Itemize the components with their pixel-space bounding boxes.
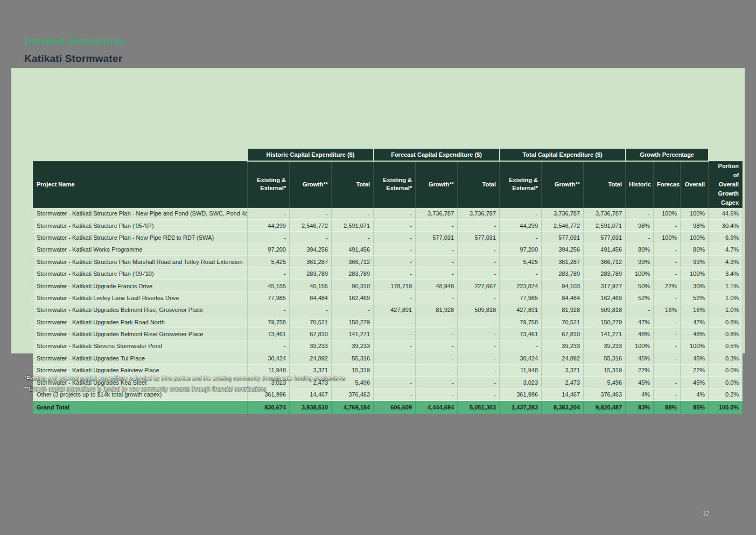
value-cell: -: [416, 328, 458, 340]
value-cell: 48%: [626, 328, 654, 340]
table-row: Stormwater - Katikati Upgrades Belmont R…: [33, 304, 743, 316]
value-cell: 100%: [681, 232, 709, 244]
table-header: Historic Capital Expenditure ($)Forecast…: [33, 148, 743, 207]
value-cell: 4.7%: [709, 244, 743, 255]
value-cell: 509,818: [458, 304, 500, 316]
project-name-cell: Stormwater - Katikati Works Programme: [33, 244, 248, 255]
value-cell: 3,371: [290, 364, 332, 376]
value-cell: -: [416, 292, 458, 304]
value-cell: 100%: [681, 340, 709, 352]
value-cell: -: [458, 316, 500, 328]
table-row: Stormwater - Katikati Upgrades Belmont R…: [33, 328, 743, 340]
project-name-cell: Stormwater - Katikati Upgrades Tui Place: [33, 352, 248, 364]
value-cell: 90,310: [332, 280, 374, 291]
table-body: Stormwater - Katikati Structure Plan - N…: [33, 207, 743, 414]
value-cell: 577,031: [416, 232, 458, 244]
table-row: Stormwater - Katikati Levley Lane East/ …: [33, 292, 743, 304]
table-row: Stormwater - Katikati Works Programme97,…: [33, 244, 743, 255]
value-cell: -: [416, 244, 458, 255]
value-cell: -: [458, 376, 500, 388]
value-cell: 16%: [681, 304, 709, 316]
value-cell: 1.0%: [709, 292, 743, 304]
footnote-growth: **Growth capital expenditure is funded b…: [24, 386, 266, 392]
value-cell: 22%: [654, 280, 681, 291]
value-cell: 79,758: [248, 316, 290, 328]
value-cell: -: [654, 352, 681, 364]
value-cell: 98%: [681, 219, 709, 231]
value-cell: 141,271: [332, 328, 374, 340]
value-cell: 3,736,787: [416, 207, 458, 219]
value-cell: -: [416, 388, 458, 400]
value-cell: 577,031: [458, 232, 500, 244]
value-cell: 2,546,772: [542, 219, 584, 231]
grand-total-value: 4,769,184: [332, 400, 374, 414]
value-cell: -: [290, 232, 332, 244]
value-cell: 150,279: [332, 316, 374, 328]
grand-total-value: 4,444,694: [416, 400, 458, 414]
value-cell: 0.0%: [709, 364, 743, 376]
value-cell: 162,469: [584, 292, 626, 304]
grand-total-value: 83%: [626, 400, 654, 414]
value-cell: 3,736,787: [542, 207, 584, 219]
value-cell: 80%: [681, 244, 709, 255]
value-cell: 52%: [626, 292, 654, 304]
value-cell: 1.0%: [709, 304, 743, 316]
value-cell: 2,591,071: [584, 219, 626, 231]
value-cell: 427,891: [374, 304, 416, 316]
project-name-cell: Stormwater - Katikati Levley Lane East/ …: [33, 292, 248, 304]
value-cell: -: [374, 340, 416, 352]
grand-total-value: 8,383,204: [542, 400, 584, 414]
value-cell: -: [374, 388, 416, 400]
value-cell: -: [248, 232, 290, 244]
column-header: Growth**: [542, 161, 584, 207]
value-cell: 14,467: [542, 388, 584, 400]
value-cell: 100%: [681, 268, 709, 280]
value-cell: -: [654, 388, 681, 400]
value-cell: 30.4%: [709, 219, 743, 231]
value-cell: 44,299: [500, 219, 542, 231]
value-cell: -: [500, 340, 542, 352]
value-cell: -: [416, 316, 458, 328]
value-cell: 577,031: [584, 232, 626, 244]
value-cell: 73,461: [248, 328, 290, 340]
value-cell: 141,271: [584, 328, 626, 340]
value-cell: 84,484: [542, 292, 584, 304]
value-cell: 39,233: [332, 340, 374, 352]
column-group-header: Total Capital Expenditure ($): [500, 148, 626, 161]
column-header: Growth**: [290, 161, 332, 207]
column-group-header: Growth Percentage: [626, 148, 709, 161]
table-row: Stormwater - Katikati Stevens Stormwater…: [33, 340, 743, 352]
table-panel: Historic Capital Expenditure ($)Forecast…: [11, 68, 745, 353]
value-cell: 11,948: [248, 364, 290, 376]
value-cell: 283,789: [332, 268, 374, 280]
column-header: Total: [584, 161, 626, 207]
value-cell: 491,456: [584, 244, 626, 255]
value-cell: 509,818: [584, 304, 626, 316]
value-cell: 50%: [626, 280, 654, 291]
value-cell: 0.5%: [709, 340, 743, 352]
value-cell: 3,371: [542, 364, 584, 376]
value-cell: 67,810: [542, 328, 584, 340]
value-cell: 100%: [626, 268, 654, 280]
value-cell: 361,287: [542, 256, 584, 268]
grand-total-value: 9,820,487: [584, 400, 626, 414]
disclosure-table: Historic Capital Expenditure ($)Forecast…: [33, 148, 743, 414]
value-cell: 55,316: [584, 352, 626, 364]
value-cell: -: [248, 340, 290, 352]
value-cell: -: [374, 219, 416, 231]
value-cell: -: [416, 364, 458, 376]
value-cell: -: [374, 256, 416, 268]
value-cell: 376,463: [584, 388, 626, 400]
value-cell: 70,521: [542, 316, 584, 328]
value-cell: 81,928: [542, 304, 584, 316]
value-cell: 24,892: [542, 352, 584, 364]
value-cell: 15,319: [332, 364, 374, 376]
value-cell: -: [626, 232, 654, 244]
value-cell: 3.4%: [709, 268, 743, 280]
value-cell: 394,256: [290, 244, 332, 255]
value-cell: 39,233: [542, 340, 584, 352]
grand-total-value: 830,674: [248, 400, 290, 414]
value-cell: 45%: [626, 352, 654, 364]
project-name-cell: Stormwater - Katikati Upgrades Fairview …: [33, 364, 248, 376]
footnote-existing-external: *Existing and external capital expenditu…: [24, 376, 345, 381]
